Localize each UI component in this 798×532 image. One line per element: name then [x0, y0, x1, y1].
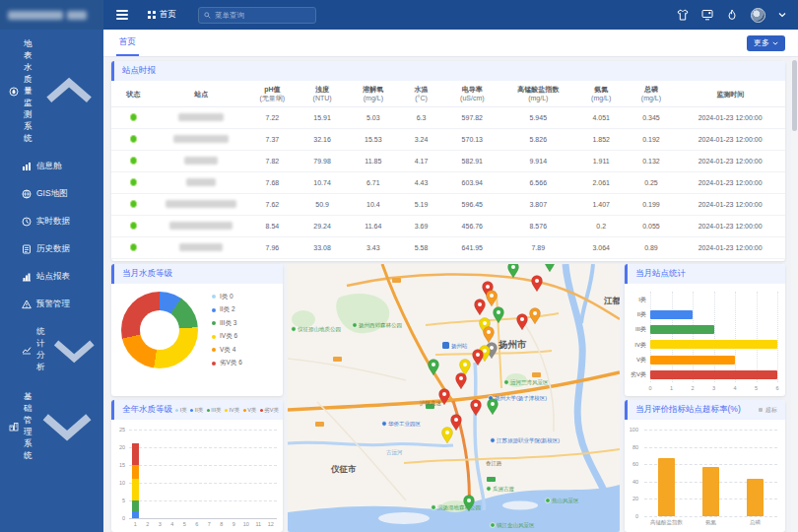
month-grade-title: 当月水质等级 [111, 264, 283, 284]
value-cell: 4.051 [575, 106, 628, 128]
sidebar-item-GIS地图[interactable]: GIS地图 [0, 180, 103, 208]
y-axis-tick: 0 [111, 515, 125, 521]
legend-item: I类 [175, 407, 187, 414]
gridline [735, 292, 736, 382]
legend-label: II类 [195, 407, 204, 414]
map-marker-orange[interactable] [484, 327, 495, 344]
x-axis-tick: 2 [146, 521, 149, 527]
sidebar-item-label: 信息舱 [36, 161, 62, 172]
legend-item: III类 [207, 407, 222, 414]
station-name-redacted [169, 222, 233, 230]
map-park-label: 镇江金山风景区 [497, 522, 535, 529]
map-poi-dot [491, 438, 496, 443]
sidebar-item-站点报表[interactable]: 站点报表 [0, 263, 103, 291]
dashboard-icon [22, 162, 32, 171]
value-cell: 3.24 [399, 128, 443, 150]
sidebar-item-统计分析[interactable]: 统计分析 [0, 318, 103, 382]
value-cell: 7.37 [247, 128, 298, 150]
x-axis-tick: 高锰酸盐指数 [650, 519, 683, 526]
gridline [644, 516, 777, 517]
value-cell: 15.91 [298, 106, 348, 128]
x-axis-tick: 0 [648, 385, 651, 391]
value-cell: 641.95 [443, 236, 501, 258]
station-name-cell [156, 106, 247, 128]
map[interactable]: 扬州市仪征市江都区仪征捺山地质公园扬州西郊森林公园运河三湾风景区瓜洲古渡焦山风景… [288, 264, 620, 532]
map-marker-orange[interactable] [530, 308, 541, 325]
map-marker-red[interactable] [456, 373, 467, 390]
more-button-label: 更多 [754, 37, 769, 48]
station-name-redacted [178, 113, 224, 121]
value-cell: 4.43 [399, 171, 443, 193]
sidebar-group-label: 基础管理系统 [24, 391, 33, 462]
breadcrumb-home[interactable]: 首页 [148, 9, 176, 21]
status-cell [111, 171, 156, 193]
value-cell: 603.94 [443, 171, 501, 193]
scrollbar-thumb[interactable] [792, 60, 797, 131]
legend-dot [225, 409, 228, 412]
logo-redacted-text [67, 11, 87, 20]
caret-down-icon[interactable] [778, 11, 786, 19]
x-axis-tick: 2 [691, 385, 694, 391]
legend-item: IV类 [225, 407, 239, 414]
map-marker-green[interactable] [545, 264, 556, 272]
bar-II类 [650, 310, 693, 319]
sidebar: 地表水质量监测系统信息舱GIS地图实时数据历史数据站点报表预警管理统计分析基础管… [0, 0, 103, 532]
map-river-island [378, 512, 430, 524]
report-icon [22, 272, 32, 282]
bar-IV类 [650, 340, 777, 349]
legend-item: 劣V类 [260, 407, 279, 414]
more-button[interactable]: 更多 [747, 35, 785, 51]
x-axis-tick: 6 [775, 385, 778, 391]
sidebar-item-历史数据[interactable]: 历史数据 [0, 235, 103, 263]
sidebar-group-地表水质量监测系统[interactable]: 地表水质量监测系统 [0, 30, 103, 153]
y-axis-tick: 20 [111, 444, 125, 450]
sidebar-item-信息舱[interactable]: 信息舱 [0, 153, 103, 180]
map-marker-red[interactable] [532, 276, 543, 293]
map-marker-green[interactable] [508, 264, 519, 278]
map-river-island [502, 501, 538, 510]
sidebar-item-实时数据[interactable]: 实时数据 [0, 208, 103, 235]
sidebar-item-label: 统计分析 [36, 326, 45, 373]
map-city-label: 江都区 [603, 296, 620, 305]
station-name-redacted [186, 178, 216, 186]
collapse-menu-icon[interactable] [116, 10, 128, 20]
map-poi-dot [487, 487, 492, 492]
stacked-bar-segment [132, 500, 139, 511]
menu-search[interactable] [198, 7, 316, 24]
sidebar-item-预警管理[interactable]: 预警管理 [0, 291, 103, 318]
map-marker-red[interactable] [475, 299, 486, 316]
map-marker-red[interactable] [517, 314, 528, 331]
map-park-label: 润扬湿地森林公园 [437, 504, 481, 511]
map-marker-red[interactable] [471, 400, 482, 417]
legend-label: V类 4 [220, 346, 235, 355]
x-axis-tick: 3 [712, 385, 715, 391]
map-marker-green[interactable] [488, 399, 499, 416]
sidebar-item-label: 历史数据 [36, 243, 70, 255]
tab-home[interactable]: 首页 [116, 30, 139, 56]
x-axis-tick: 氨氮 [705, 519, 716, 526]
y-axis-tick: 0 [625, 513, 638, 519]
gridline [777, 292, 778, 382]
tab-home-label: 首页 [119, 36, 136, 48]
column-header-站点: 站点 [156, 81, 247, 106]
flame-icon[interactable] [726, 9, 738, 21]
sidebar-group-基础管理系统[interactable]: 基础管理系统 [0, 382, 103, 470]
map-road [288, 359, 406, 380]
map-marker-yellow[interactable] [442, 428, 453, 444]
map-marker-orange[interactable] [487, 291, 498, 307]
stats-icon [22, 345, 32, 355]
legend-label: 劣V类 6 [220, 359, 242, 367]
table-row: 8.5429.2411.643.69456.768.5760.20.055202… [111, 215, 785, 236]
user-avatar[interactable] [751, 8, 765, 23]
value-cell: 11.85 [347, 150, 399, 171]
map-marker-green[interactable] [429, 360, 439, 376]
legend-item: V类 [243, 407, 257, 414]
value-cell: 5.945 [501, 106, 575, 128]
theme-skin-icon[interactable] [677, 9, 689, 21]
value-cell: 10.74 [298, 171, 348, 193]
gis-map-icon [22, 189, 32, 199]
legend-label: II类 2 [220, 305, 235, 314]
x-axis-tick: 4 [733, 385, 736, 391]
fullscreen-icon[interactable] [701, 9, 713, 21]
search-input[interactable] [215, 11, 310, 20]
